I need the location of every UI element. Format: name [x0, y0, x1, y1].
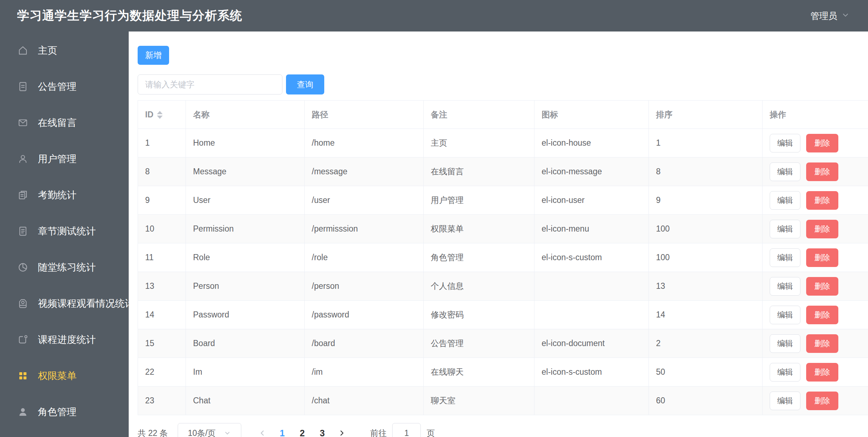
- edit-button[interactable]: 编辑: [770, 277, 800, 296]
- table-row: 9User/user用户管理el-icon-user9编辑删除: [138, 186, 868, 215]
- pagination: 共 22 条 10条/页 123 前往 页: [138, 423, 868, 437]
- column-header-2: 路径: [305, 101, 424, 129]
- edit-button[interactable]: 编辑: [770, 392, 800, 410]
- sidebar-item-role[interactable]: 角色管理: [0, 394, 129, 430]
- cell-remark: 角色管理: [424, 243, 534, 272]
- search-input[interactable]: [138, 74, 282, 94]
- column-header-label: 路径: [312, 110, 328, 119]
- sidebar-item-home[interactable]: 主页: [0, 32, 129, 68]
- search-button[interactable]: 查询: [286, 74, 324, 94]
- user-name: 管理员: [810, 10, 837, 22]
- cell-id: 14: [138, 301, 186, 329]
- goto-page-input[interactable]: [392, 423, 421, 437]
- table-row: 22Im/im在线聊天el-icon-s-custom50编辑删除: [138, 358, 868, 387]
- table-header-row: ID名称路径备注图标排序操作: [138, 101, 868, 129]
- column-header-label: 排序: [656, 110, 672, 119]
- cell-icon: el-icon-user: [534, 186, 649, 215]
- page-button-2[interactable]: 2: [292, 423, 312, 437]
- cell-id: 9: [138, 186, 186, 215]
- sidebar-item-label: 公告管理: [38, 80, 77, 93]
- role-icon: [17, 406, 29, 418]
- sort-caret-icons[interactable]: [157, 111, 163, 119]
- delete-button[interactable]: 删除: [806, 191, 838, 210]
- cell-id: 1: [138, 129, 186, 157]
- page-size-select[interactable]: 10条/页: [178, 423, 241, 437]
- cell-name: Chat: [186, 387, 305, 415]
- total-count: 共 22 条: [138, 428, 168, 437]
- cell-name: Person: [186, 272, 305, 301]
- sidebar-item-label: 课程进度统计: [38, 333, 96, 346]
- cell-id: 11: [138, 243, 186, 272]
- edit-button[interactable]: 编辑: [770, 306, 800, 324]
- delete-button[interactable]: 删除: [806, 248, 838, 267]
- sort-desc-icon[interactable]: [157, 116, 163, 119]
- delete-button[interactable]: 删除: [806, 220, 838, 238]
- user-menu[interactable]: 管理员: [810, 0, 850, 31]
- delete-button[interactable]: 删除: [806, 392, 838, 410]
- edit-button[interactable]: 编辑: [770, 220, 800, 238]
- cell-icon: el-icon-document: [534, 329, 649, 358]
- sidebar-item-attendance[interactable]: 考勤统计: [0, 177, 129, 213]
- cell-name: Im: [186, 358, 305, 387]
- cell-name: Role: [186, 243, 305, 272]
- sort-asc-icon[interactable]: [157, 111, 163, 114]
- page-button-1[interactable]: 1: [272, 423, 292, 437]
- user-icon: [17, 153, 29, 165]
- cell-path: /user: [305, 186, 424, 215]
- sidebar-item-board[interactable]: 公告管理: [0, 68, 129, 105]
- delete-button[interactable]: 删除: [806, 162, 838, 181]
- cell-name: User: [186, 186, 305, 215]
- sidebar-item-label: 权限菜单: [38, 369, 77, 382]
- column-header-0[interactable]: ID: [138, 101, 186, 129]
- sidebar-item-user[interactable]: 用户管理: [0, 141, 129, 177]
- sidebar-item-label: 随堂练习统计: [38, 261, 96, 274]
- table-row: 8Message/message在线留言el-icon-message8编辑删除: [138, 157, 868, 186]
- cell-id: 15: [138, 329, 186, 358]
- add-button[interactable]: 新增: [138, 46, 169, 65]
- goto-label: 前往: [370, 428, 386, 437]
- sidebar-item-label: 在线留言: [38, 116, 77, 129]
- cell-id: 8: [138, 157, 186, 186]
- cell-remark: 在线留言: [424, 157, 534, 186]
- edit-button[interactable]: 编辑: [770, 191, 800, 210]
- main-content: 新增 查询 ID名称路径备注图标排序操作 1Home/home主页el-icon…: [129, 31, 868, 437]
- cell-icon: el-icon-s-custom: [534, 358, 649, 387]
- delete-button[interactable]: 删除: [806, 306, 838, 324]
- board-icon: [17, 81, 29, 92]
- sidebar-item-message[interactable]: 在线留言: [0, 105, 129, 141]
- page-button-3[interactable]: 3: [312, 423, 332, 437]
- delete-button[interactable]: 删除: [806, 134, 838, 152]
- column-header-4: 图标: [534, 101, 649, 129]
- edit-button[interactable]: 编辑: [770, 248, 800, 267]
- sidebar-item-permission-menu[interactable]: 权限菜单: [0, 358, 129, 394]
- cell-sort: 1: [649, 129, 763, 157]
- delete-button[interactable]: 删除: [806, 334, 838, 353]
- delete-button[interactable]: 删除: [806, 277, 838, 296]
- table-row: 1Home/home主页el-icon-house1编辑删除: [138, 129, 868, 157]
- sidebar-item-practice[interactable]: 随堂练习统计: [0, 249, 129, 285]
- prev-page-button[interactable]: [253, 423, 272, 437]
- sidebar-item-label: 考勤统计: [38, 189, 77, 201]
- cell-remark: 个人信息: [424, 272, 534, 301]
- cell-actions: 编辑删除: [763, 157, 868, 186]
- delete-button[interactable]: 删除: [806, 363, 838, 382]
- next-page-button[interactable]: [332, 423, 351, 437]
- edit-button[interactable]: 编辑: [770, 334, 800, 353]
- cell-icon: el-icon-message: [534, 157, 649, 186]
- edit-button[interactable]: 编辑: [770, 134, 800, 152]
- edit-button[interactable]: 编辑: [770, 363, 800, 382]
- sidebar-item-course-progress[interactable]: 课程进度统计: [0, 321, 129, 358]
- cell-path: /chat: [305, 387, 424, 415]
- cell-icon: el-icon-s-custom: [534, 243, 649, 272]
- search-toolbar: 查询: [138, 74, 868, 94]
- sidebar-item-video-watch[interactable]: 视频课程观看情况统计: [0, 285, 129, 321]
- edit-button[interactable]: 编辑: [770, 162, 800, 181]
- cell-sort: 100: [649, 243, 763, 272]
- cell-path: /role: [305, 243, 424, 272]
- sidebar-item-chapter-test[interactable]: 章节测试统计: [0, 213, 129, 249]
- home-icon: [17, 45, 29, 56]
- cell-sort: 14: [649, 301, 763, 329]
- cell-id: 23: [138, 387, 186, 415]
- cell-remark: 修改密码: [424, 301, 534, 329]
- cell-actions: 编辑删除: [763, 272, 868, 301]
